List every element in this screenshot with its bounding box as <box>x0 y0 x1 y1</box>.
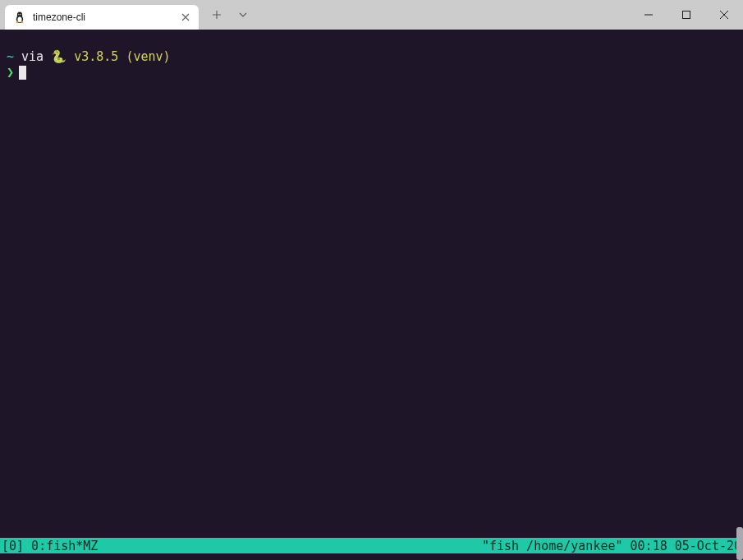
tab-area: timezone-cli <box>0 0 255 30</box>
prompt-input-line[interactable]: ❯ <box>7 65 736 80</box>
tab-dropdown-button[interactable] <box>232 3 255 26</box>
status-right: "fish /home/yankee" 00:18 05-Oct-20 <box>482 539 741 553</box>
svg-point-5 <box>19 14 20 15</box>
prompt-via: via <box>21 49 44 64</box>
svg-point-2 <box>17 16 21 22</box>
prompt-arrow-icon: ❯ <box>7 65 14 80</box>
tab-close-button[interactable] <box>179 11 192 24</box>
new-tab-button[interactable] <box>205 3 228 26</box>
close-button[interactable] <box>705 2 743 28</box>
terminal-area[interactable]: ~ via 🐍 v3.8.5 (venv) ❯ [0] 0:fish*MZ "f… <box>0 30 743 560</box>
tux-icon <box>13 11 26 24</box>
window-controls <box>630 0 743 30</box>
cursor <box>19 66 26 80</box>
prompt-line: ~ via 🐍 v3.8.5 (venv) <box>7 49 736 65</box>
scrollbar[interactable] <box>736 527 743 560</box>
tab-active[interactable]: timezone-cli <box>5 5 199 30</box>
titlebar: timezone-cli <box>0 0 743 30</box>
minimize-button[interactable] <box>630 2 667 28</box>
maximize-button[interactable] <box>667 2 705 28</box>
terminal-window: timezone-cli <box>0 0 743 560</box>
prompt-cwd: ~ <box>7 49 14 64</box>
svg-point-6 <box>21 14 21 15</box>
prompt-python-version: v3.8.5 <box>74 49 118 64</box>
status-left: [0] 0:fish*MZ <box>2 539 98 553</box>
prompt-venv: (venv) <box>126 49 170 64</box>
svg-rect-7 <box>683 11 690 19</box>
terminal-content: ~ via 🐍 v3.8.5 (venv) ❯ <box>0 30 743 87</box>
python-icon: 🐍 <box>51 49 67 64</box>
tab-title: timezone-cli <box>33 11 179 23</box>
tmux-status-bar: [0] 0:fish*MZ "fish /home/yankee" 00:18 … <box>0 538 743 553</box>
